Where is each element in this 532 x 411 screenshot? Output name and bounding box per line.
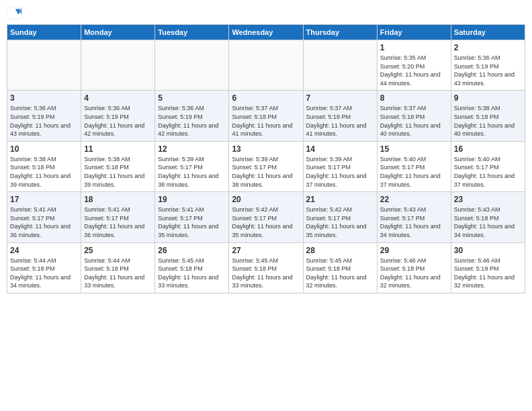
calendar-cell <box>229 40 303 91</box>
calendar-cell: 9Sunrise: 5:38 AM Sunset: 5:18 PM Daylig… <box>451 91 525 141</box>
calendar-cell: 30Sunrise: 5:46 AM Sunset: 5:19 PM Dayli… <box>451 242 525 293</box>
calendar-header-wednesday: Wednesday <box>229 25 303 40</box>
calendar-cell: 25Sunrise: 5:44 AM Sunset: 5:18 PM Dayli… <box>81 242 155 293</box>
day-info: Sunrise: 5:37 AM Sunset: 5:18 PM Dayligh… <box>306 104 374 138</box>
calendar-cell: 8Sunrise: 5:37 AM Sunset: 5:18 PM Daylig… <box>377 91 451 141</box>
day-number: 13 <box>232 144 300 154</box>
calendar-cell: 24Sunrise: 5:44 AM Sunset: 5:18 PM Dayli… <box>7 242 81 293</box>
day-info: Sunrise: 5:46 AM Sunset: 5:18 PM Dayligh… <box>380 257 448 290</box>
day-number: 20 <box>232 195 300 204</box>
day-number: 2 <box>454 43 522 52</box>
day-info: Sunrise: 5:36 AM Sunset: 5:19 PM Dayligh… <box>158 104 226 138</box>
day-number: 6 <box>232 93 300 103</box>
day-info: Sunrise: 5:38 AM Sunset: 5:18 PM Dayligh… <box>454 104 522 138</box>
day-info: Sunrise: 5:36 AM Sunset: 5:19 PM Dayligh… <box>454 54 522 87</box>
day-number: 7 <box>306 93 374 103</box>
calendar-cell: 22Sunrise: 5:43 AM Sunset: 5:17 PM Dayli… <box>377 192 451 242</box>
calendar-cell: 21Sunrise: 5:42 AM Sunset: 5:17 PM Dayli… <box>303 192 377 242</box>
day-number: 24 <box>10 246 78 255</box>
day-info: Sunrise: 5:43 AM Sunset: 5:17 PM Dayligh… <box>380 205 448 239</box>
day-info: Sunrise: 5:38 AM Sunset: 5:18 PM Dayligh… <box>84 155 152 189</box>
calendar-cell: 4Sunrise: 5:36 AM Sunset: 5:19 PM Daylig… <box>81 91 155 141</box>
day-number: 29 <box>380 246 448 255</box>
day-number: 10 <box>10 144 78 154</box>
calendar-cell <box>7 40 81 91</box>
calendar-cell: 6Sunrise: 5:37 AM Sunset: 5:18 PM Daylig… <box>229 91 303 141</box>
calendar-cell: 14Sunrise: 5:39 AM Sunset: 5:17 PM Dayli… <box>303 141 377 191</box>
calendar-week-5: 24Sunrise: 5:44 AM Sunset: 5:18 PM Dayli… <box>7 242 525 293</box>
calendar-cell: 19Sunrise: 5:41 AM Sunset: 5:17 PM Dayli… <box>155 192 229 242</box>
day-info: Sunrise: 5:41 AM Sunset: 5:17 PM Dayligh… <box>10 205 78 239</box>
calendar-cell: 27Sunrise: 5:45 AM Sunset: 5:18 PM Dayli… <box>229 242 303 293</box>
day-info: Sunrise: 5:45 AM Sunset: 5:18 PM Dayligh… <box>306 257 374 290</box>
day-info: Sunrise: 5:42 AM Sunset: 5:17 PM Dayligh… <box>306 205 374 239</box>
calendar-header-monday: Monday <box>81 25 155 40</box>
day-number: 28 <box>306 246 374 255</box>
day-number: 11 <box>84 144 152 154</box>
calendar-cell: 13Sunrise: 5:39 AM Sunset: 5:17 PM Dayli… <box>229 141 303 191</box>
calendar-week-2: 3Sunrise: 5:36 AM Sunset: 5:19 PM Daylig… <box>7 91 525 141</box>
day-info: Sunrise: 5:44 AM Sunset: 5:18 PM Dayligh… <box>84 257 152 290</box>
calendar-cell: 17Sunrise: 5:41 AM Sunset: 5:17 PM Dayli… <box>7 192 81 242</box>
calendar-cell: 12Sunrise: 5:39 AM Sunset: 5:17 PM Dayli… <box>155 141 229 191</box>
day-number: 19 <box>158 195 226 204</box>
calendar-cell: 15Sunrise: 5:40 AM Sunset: 5:17 PM Dayli… <box>377 141 451 191</box>
calendar-cell: 28Sunrise: 5:45 AM Sunset: 5:18 PM Dayli… <box>303 242 377 293</box>
day-info: Sunrise: 5:45 AM Sunset: 5:18 PM Dayligh… <box>232 257 300 290</box>
calendar-header-thursday: Thursday <box>303 25 377 40</box>
calendar-cell: 29Sunrise: 5:46 AM Sunset: 5:18 PM Dayli… <box>377 242 451 293</box>
day-number: 23 <box>454 195 522 204</box>
calendar-cell <box>81 40 155 91</box>
calendar-cell <box>155 40 229 91</box>
day-info: Sunrise: 5:42 AM Sunset: 5:17 PM Dayligh… <box>232 205 300 239</box>
day-number: 8 <box>380 93 448 103</box>
calendar-header-saturday: Saturday <box>451 25 525 40</box>
day-number: 17 <box>10 195 78 204</box>
day-info: Sunrise: 5:43 AM Sunset: 5:18 PM Dayligh… <box>454 205 522 239</box>
calendar-cell: 11Sunrise: 5:38 AM Sunset: 5:18 PM Dayli… <box>81 141 155 191</box>
day-number: 5 <box>158 93 226 103</box>
day-number: 22 <box>380 195 448 204</box>
calendar-cell: 23Sunrise: 5:43 AM Sunset: 5:18 PM Dayli… <box>451 192 525 242</box>
day-info: Sunrise: 5:37 AM Sunset: 5:18 PM Dayligh… <box>232 104 300 138</box>
day-info: Sunrise: 5:41 AM Sunset: 5:17 PM Dayligh… <box>84 205 152 239</box>
day-info: Sunrise: 5:45 AM Sunset: 5:18 PM Dayligh… <box>158 257 226 290</box>
calendar-cell: 18Sunrise: 5:41 AM Sunset: 5:17 PM Dayli… <box>81 192 155 242</box>
calendar-week-4: 17Sunrise: 5:41 AM Sunset: 5:17 PM Dayli… <box>7 192 525 242</box>
calendar-header-friday: Friday <box>377 25 451 40</box>
calendar-cell: 26Sunrise: 5:45 AM Sunset: 5:18 PM Dayli… <box>155 242 229 293</box>
day-info: Sunrise: 5:40 AM Sunset: 5:17 PM Dayligh… <box>454 155 522 189</box>
calendar-cell: 2Sunrise: 5:36 AM Sunset: 5:19 PM Daylig… <box>451 40 525 91</box>
day-number: 18 <box>84 195 152 204</box>
day-info: Sunrise: 5:35 AM Sunset: 5:20 PM Dayligh… <box>380 54 448 87</box>
calendar-cell <box>303 40 377 91</box>
day-number: 30 <box>454 246 522 255</box>
day-number: 1 <box>380 43 448 52</box>
day-number: 3 <box>10 93 78 103</box>
calendar-header-sunday: Sunday <box>7 25 81 40</box>
page-header <box>7 7 525 20</box>
calendar-cell: 16Sunrise: 5:40 AM Sunset: 5:17 PM Dayli… <box>451 141 525 191</box>
calendar-week-1: 1Sunrise: 5:35 AM Sunset: 5:20 PM Daylig… <box>7 40 525 91</box>
day-number: 27 <box>232 246 300 255</box>
calendar-cell: 1Sunrise: 5:35 AM Sunset: 5:20 PM Daylig… <box>377 40 451 91</box>
day-info: Sunrise: 5:39 AM Sunset: 5:17 PM Dayligh… <box>232 155 300 189</box>
day-info: Sunrise: 5:41 AM Sunset: 5:17 PM Dayligh… <box>158 205 226 239</box>
day-info: Sunrise: 5:39 AM Sunset: 5:17 PM Dayligh… <box>158 155 226 189</box>
day-info: Sunrise: 5:38 AM Sunset: 5:18 PM Dayligh… <box>10 155 78 189</box>
calendar-cell: 3Sunrise: 5:36 AM Sunset: 5:19 PM Daylig… <box>7 91 81 141</box>
day-info: Sunrise: 5:36 AM Sunset: 5:19 PM Dayligh… <box>10 104 78 138</box>
day-number: 9 <box>454 93 522 103</box>
day-info: Sunrise: 5:40 AM Sunset: 5:17 PM Dayligh… <box>380 155 448 189</box>
calendar-cell: 20Sunrise: 5:42 AM Sunset: 5:17 PM Dayli… <box>229 192 303 242</box>
calendar-table: SundayMondayTuesdayWednesdayThursdayFrid… <box>7 24 525 293</box>
day-number: 15 <box>380 144 448 154</box>
calendar-cell: 7Sunrise: 5:37 AM Sunset: 5:18 PM Daylig… <box>303 91 377 141</box>
calendar-header-row: SundayMondayTuesdayWednesdayThursdayFrid… <box>7 25 525 40</box>
calendar-cell: 10Sunrise: 5:38 AM Sunset: 5:18 PM Dayli… <box>7 141 81 191</box>
calendar-header-tuesday: Tuesday <box>155 25 229 40</box>
day-number: 16 <box>454 144 522 154</box>
day-info: Sunrise: 5:36 AM Sunset: 5:19 PM Dayligh… <box>84 104 152 138</box>
svg-rect-0 <box>7 7 21 19</box>
day-number: 26 <box>158 246 226 255</box>
